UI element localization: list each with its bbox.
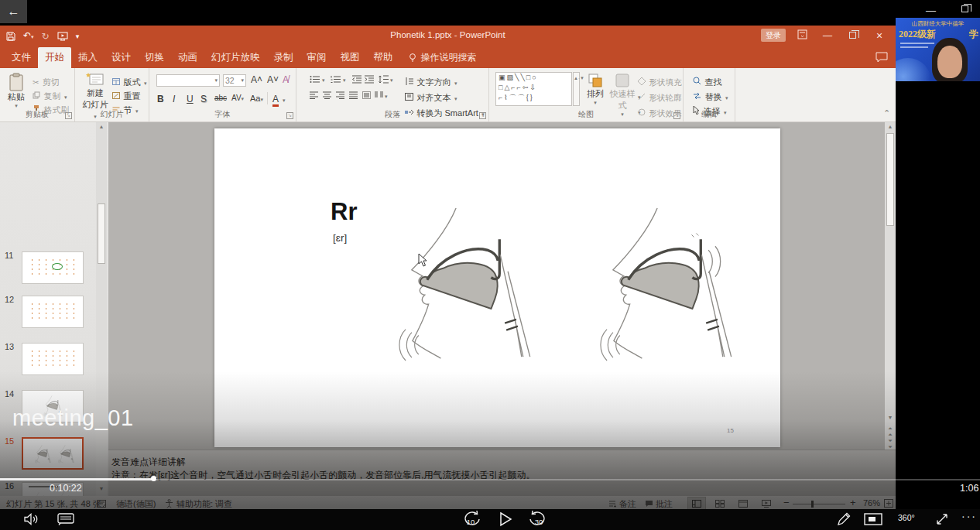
picture-in-picture-icon[interactable] <box>864 513 882 525</box>
paste-button[interactable]: 粘贴 ▾ <box>8 73 25 109</box>
distribute-icon[interactable] <box>362 91 371 99</box>
keyboard-icon[interactable] <box>57 513 74 525</box>
bullets-icon[interactable] <box>310 75 320 84</box>
notes-toggle[interactable]: 备注 <box>619 498 636 510</box>
tab-review[interactable]: 审阅 <box>300 47 334 68</box>
accessibility-status[interactable]: 辅助功能: 调查 <box>176 498 232 510</box>
find-button[interactable]: 查找 <box>693 74 721 88</box>
zoom-out-icon[interactable]: − <box>783 497 790 508</box>
change-case-button[interactable]: Aa▾ <box>250 94 263 103</box>
strikethrough-button[interactable]: abc <box>214 94 227 102</box>
numbering-icon[interactable] <box>331 75 341 84</box>
arrange-button[interactable]: 排列▾ <box>584 73 607 106</box>
editor-scroll-thumb[interactable] <box>886 133 894 226</box>
columns-icon[interactable] <box>375 91 383 99</box>
slide-thumbnail-11[interactable] <box>22 251 84 284</box>
tab-file[interactable]: 文件 <box>5 47 38 68</box>
zoom-percentage[interactable]: 76% <box>863 498 880 508</box>
slide-thumbnail-12[interactable] <box>22 296 84 328</box>
align-right-icon[interactable] <box>336 91 344 99</box>
zoom-slider-handle[interactable] <box>811 501 814 508</box>
shapes-gallery-scroll[interactable]: ▲·▼ <box>573 72 580 106</box>
cut-button[interactable]: ✂ 剪切 <box>33 74 60 88</box>
font-size-combo[interactable]: 32▾ <box>223 74 246 87</box>
layout-button[interactable]: 版式 ▾ <box>112 74 146 88</box>
shapes-gallery[interactable]: ▣▨╲╲□○ □△⌐⌐⇦⇩ ⌐⌇⌒⌒{} <box>495 72 572 106</box>
tab-transitions[interactable]: 切换 <box>138 47 171 68</box>
font-name-combo[interactable]: ▾ <box>156 74 220 87</box>
volume-icon[interactable] <box>23 513 39 525</box>
line-spacing-icon[interactable] <box>379 75 389 84</box>
tab-insert[interactable]: 插入 <box>71 47 105 68</box>
tab-view[interactable]: 视图 <box>334 47 367 68</box>
rewind-10-button[interactable]: 10 <box>461 510 481 528</box>
bold-button[interactable]: B <box>157 94 164 104</box>
window-restore-icon[interactable] <box>849 32 856 39</box>
clipboard-dialog-launcher[interactable]: ↘ <box>65 112 72 119</box>
font-dialog-launcher[interactable]: ↘ <box>286 112 293 119</box>
decrease-indent-icon[interactable] <box>352 75 362 84</box>
notes-pane[interactable]: 发音难点详细讲解 注意：在发[ɛr]这个音时，空气通过小舌时会引起小舌的颤动，发… <box>108 450 896 496</box>
shrink-font-icon[interactable]: A˅ <box>267 74 279 85</box>
text-direction-button[interactable]: 文字方向 ▾ <box>405 74 457 88</box>
notes-indicator-icon[interactable] <box>98 500 106 508</box>
tab-slideshow[interactable]: 幻灯片放映 <box>204 47 267 68</box>
align-text-button[interactable]: 对齐文本 ▾ <box>405 90 457 104</box>
tab-help[interactable]: 帮助 <box>367 47 400 68</box>
reset-button[interactable]: 重置 <box>112 88 140 102</box>
more-options-icon[interactable]: ··· <box>961 510 977 522</box>
fit-slide-icon[interactable] <box>884 499 893 508</box>
font-color-button[interactable]: A <box>272 94 279 107</box>
zoom-in-icon[interactable]: + <box>850 497 856 508</box>
annotate-pencil-icon[interactable] <box>836 511 852 527</box>
thumbnail-scroll-thumb[interactable] <box>98 203 105 264</box>
copy-button[interactable]: 复制 ▾ <box>33 88 67 102</box>
char-spacing-button[interactable]: AV▾ <box>231 94 244 102</box>
editor-scroll-down-icon[interactable]: ▼ <box>885 415 896 420</box>
comments-toggle[interactable]: 批注 <box>656 498 673 510</box>
forward-30-button[interactable]: 30 <box>528 510 548 528</box>
increase-indent-icon[interactable] <box>365 75 374 84</box>
tab-animations[interactable]: 动画 <box>171 47 204 68</box>
language-status[interactable]: 德语(德国) <box>116 498 156 510</box>
collapse-ribbon-icon[interactable]: ⌃ <box>883 108 890 118</box>
text-shadow-button[interactable]: S <box>200 94 207 104</box>
drawing-dialog-launcher[interactable]: ↘ <box>673 112 680 119</box>
window-close-icon[interactable]: × <box>876 28 882 43</box>
thumbnail-scrollbar[interactable] <box>96 122 107 496</box>
next-slide-icon[interactable]: ⏷⏷ <box>885 438 896 450</box>
tab-home[interactable]: 开始 <box>38 47 71 68</box>
editor-scroll-up-icon[interactable]: ▲ <box>885 124 896 129</box>
thumb-scroll-up-icon[interactable]: ▲ <box>96 124 107 129</box>
zoom-slider-track[interactable] <box>793 504 845 504</box>
slide-thumbnail-15[interactable] <box>22 437 84 470</box>
window-minimize-icon[interactable]: — <box>823 28 832 43</box>
ribbon-display-icon[interactable] <box>797 29 807 39</box>
webcam-overlay[interactable]: 山西财经大学中德学 2022级新 学 <box>896 18 980 81</box>
clear-format-icon[interactable]: A̸ <box>283 74 289 85</box>
outer-minimize-icon[interactable]: — <box>926 3 936 19</box>
slide-canvas[interactable]: Rr [ɛr] 15 <box>214 128 780 447</box>
comments-icon[interactable] <box>875 52 888 63</box>
play-button[interactable] <box>499 511 512 527</box>
justify-icon[interactable] <box>349 91 358 99</box>
replace-button[interactable]: 替换 ▾ <box>693 89 728 103</box>
back-button[interactable]: ← <box>0 0 27 23</box>
tab-design[interactable]: 设计 <box>105 47 138 68</box>
underline-button[interactable]: U <box>187 94 194 104</box>
tab-record[interactable]: 录制 <box>267 47 300 68</box>
align-left-icon[interactable] <box>310 91 318 99</box>
paragraph-dialog-launcher[interactable]: ↘ <box>479 112 486 119</box>
slide-thumbnail-13[interactable] <box>22 343 84 375</box>
align-center-icon[interactable] <box>323 91 331 99</box>
fullscreen-icon[interactable] <box>935 512 949 526</box>
tell-me-search[interactable]: 操作说明搜索 <box>408 51 477 64</box>
sign-in-button[interactable]: 登录 <box>761 29 786 42</box>
thumb-scroll-down-icon[interactable]: ▼ <box>96 486 107 491</box>
progress-bar-handle[interactable] <box>151 476 156 481</box>
italic-button[interactable]: I <box>173 94 175 104</box>
outer-restore-icon[interactable] <box>961 5 968 12</box>
grow-font-icon[interactable]: A˄ <box>251 74 262 85</box>
rotate-360-button[interactable]: 360° <box>898 513 915 522</box>
previous-slide-icon[interactable]: ⏶⏶ <box>885 426 896 438</box>
